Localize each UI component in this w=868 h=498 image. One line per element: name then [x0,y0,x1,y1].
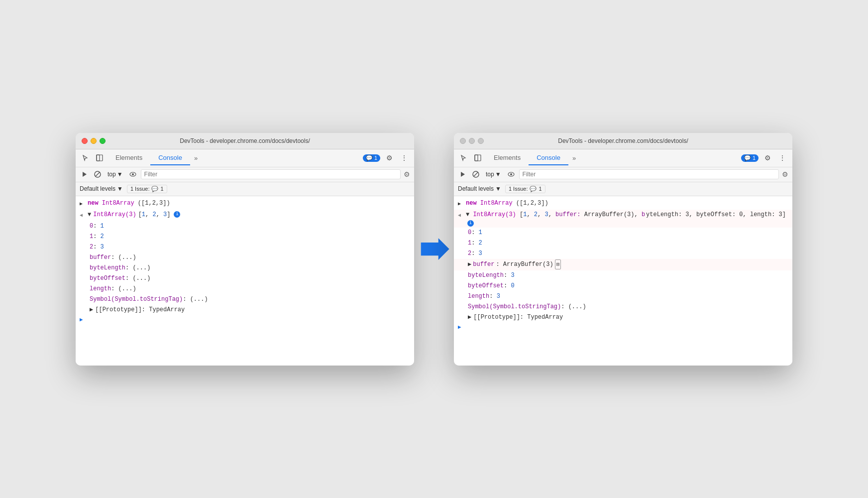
left-badge-count: 1 [374,155,377,161]
left-classname-1: Int8Array [102,200,134,207]
left-kv-0: 0: 1 [90,222,410,231]
left-issue-icon: 💬 [151,186,158,192]
left-line-expanded[interactable]: ◀ ▼ Int8Array(3) [1, 2, 3] i [76,210,414,221]
comparison-scene: DevTools - developer.chrome.com/docs/dev… [76,133,792,366]
left-top-selector[interactable]: top ▼ [106,170,125,179]
left-filter-input[interactable] [141,169,401,179]
left-default-levels-chevron: ▼ [117,185,123,192]
left-more-icon[interactable]: ⋮ [398,152,410,164]
left-devtools-window: DevTools - developer.chrome.com/docs/dev… [76,133,414,366]
left-arrow-2: ◀ [80,210,88,220]
left-tab-console[interactable]: Console [150,151,190,165]
svg-line-4 [96,172,100,176]
left-badge-icon: 💬 [366,155,373,161]
right-play-icon[interactable] [458,169,468,179]
left-title-bar: DevTools - developer.chrome.com/docs/dev… [76,133,414,149]
left-maximize-button[interactable] [100,138,106,144]
right-line-symbol: Symbol(Symbol.toStringTag): (...) [454,302,792,312]
right-more-icon[interactable]: ⋮ [776,152,788,164]
left-line-new-int8[interactable]: ▶ new Int8Array ([1,2,3]) [76,198,414,210]
right-classname-1: Int8Array [480,200,513,207]
right-arrow-2: ◀ [458,210,466,220]
right-top-selector[interactable]: top ▼ [484,170,503,179]
right-tab-elements[interactable]: Elements [486,151,529,165]
right-kv-0: 0: 1 [468,228,788,237]
right-close-button[interactable] [460,138,466,144]
left-tab-elements[interactable]: Elements [108,151,150,165]
right-maximize-button[interactable] [478,138,484,144]
svg-marker-7 [421,238,449,260]
svg-line-12 [474,172,478,176]
left-keyword-new: new [88,200,99,207]
right-buffer-content: ▶ buffer : ArrayBuffer(3) ⊞ [468,259,788,269]
left-block-icon[interactable] [93,169,103,179]
left-line-0: 0: 1 [76,221,414,232]
right-prompt[interactable]: ▶ [454,323,792,331]
left-close-button[interactable] [82,138,88,144]
left-default-levels[interactable]: Default levels ▼ [80,185,123,192]
right-filter-input[interactable] [519,169,779,179]
left-console-content: ▶ new Int8Array ([1,2,3]) ◀ ▼ Int8Array(… [76,196,414,366]
right-line-bytelength: byteLength: 3 [454,270,792,281]
left-arrow-1: ▶ [80,199,88,209]
right-cursor-icon[interactable] [458,152,470,164]
comparison-arrow [414,234,454,264]
right-tab-more[interactable]: » [568,154,580,162]
left-issue-count: 1 [160,186,163,192]
left-symbol-label: Symbol(Symbol.toStringTag): (...) [90,295,410,304]
left-kv-1: 1: 2 [90,232,410,241]
right-expanded-content: ▼ Int8Array(3) [1, 2, 3, buffer: ArrayBu… [466,210,788,227]
left-byteoffset-label: byteOffset: (...) [90,274,410,283]
right-line-new-int8[interactable]: ▶ new Int8Array ([1,2,3]) [454,198,792,210]
right-issue-icon: 💬 [530,186,537,192]
left-kv-2: 2: 3 [90,243,410,251]
left-bytelength-label: byteLength: (...) [90,263,410,272]
left-buffer-label: buffer: (...) [90,253,410,262]
left-play-icon[interactable] [80,169,90,179]
svg-point-6 [132,173,134,175]
right-default-levels[interactable]: Default levels ▼ [458,185,501,192]
left-eye-icon[interactable] [128,169,138,179]
right-tab-console[interactable]: Console [529,151,568,165]
right-line-2: 2: 3 [454,249,792,259]
left-console-toolbar: top ▼ ⚙ [76,167,414,182]
right-length-label: length: 3 [468,292,788,301]
right-line-byteoffset: byteOffset: 0 [454,281,792,291]
left-prompt[interactable]: ▶ [76,315,414,324]
left-issue-badge: 1 Issue: 💬 1 [127,185,167,193]
right-prompt-arrow: ▶ [458,324,461,330]
left-dock-icon[interactable] [94,152,106,164]
right-settings-icon[interactable]: ⚙ [761,152,773,164]
left-cursor-icon[interactable] [80,152,92,164]
right-line-expanded-header[interactable]: ◀ ▼ Int8Array(3) [1, 2, 3, buffer: Array… [454,210,792,228]
right-line-length: length: 3 [454,291,792,302]
left-int8array-label: Int8Array(3) [93,210,136,219]
left-settings-icon[interactable]: ⚙ [383,152,395,164]
left-minimize-button[interactable] [91,138,97,144]
right-line-1: 1: 2 [454,238,792,249]
right-issue-badge: 1 Issue: 💬 1 [505,185,545,193]
left-console-gear-icon[interactable]: ⚙ [404,170,410,178]
right-block-icon[interactable] [471,169,481,179]
right-line-buffer[interactable]: ▶ buffer : ArrayBuffer(3) ⊞ [454,259,792,270]
left-message-badge: 💬 1 [363,154,380,162]
right-window-title: DevTools - developer.chrome.com/docs/dev… [558,137,688,144]
right-dock-icon[interactable] [472,152,484,164]
right-info-icon: i [467,220,474,227]
right-console-gear-icon[interactable]: ⚙ [782,170,788,178]
svg-marker-10 [461,172,465,177]
right-default-levels-label: Default levels [458,185,494,192]
left-tab-bar: Elements Console » 💬 1 ⚙ ⋮ [76,149,414,167]
right-title-bar: DevTools - developer.chrome.com/docs/dev… [454,133,792,149]
left-line-symbol: Symbol(Symbol.toStringTag): (...) [76,294,414,305]
left-default-levels-label: Default levels [80,185,115,192]
left-line-byteoffset: byteOffset: (...) [76,273,414,284]
left-traffic-lights [82,138,106,144]
left-tab-more[interactable]: » [190,154,202,162]
left-tabs: Elements Console » [108,151,361,165]
right-minimize-button[interactable] [469,138,475,144]
svg-rect-1 [97,155,100,161]
right-eye-icon[interactable] [506,169,516,179]
left-length-label: length: (...) [90,284,410,293]
left-line-bytelength: byteLength: (...) [76,263,414,273]
